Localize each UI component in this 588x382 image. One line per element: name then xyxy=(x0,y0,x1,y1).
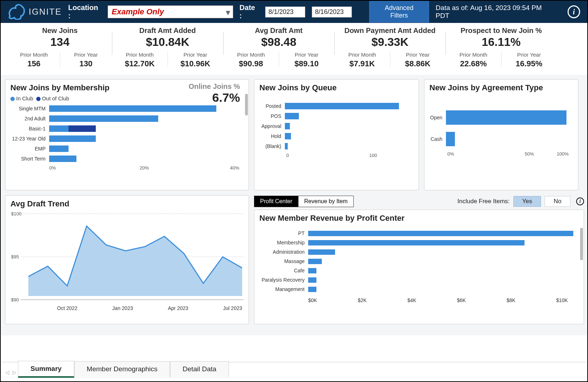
panel-title: New Joins by Queue xyxy=(259,83,414,92)
bar-label: EMP xyxy=(10,146,47,152)
bar-label: (Blank) xyxy=(259,143,283,149)
tab-demographics[interactable]: Member Demographics xyxy=(74,361,170,378)
bar-label: 2nd Adult xyxy=(10,116,47,121)
bar-row: EMP xyxy=(10,144,244,154)
chart-agreement[interactable]: OpenCash xyxy=(429,107,573,150)
kpi-row: New Joins 134 Prior Month156 Prior Year1… xyxy=(1,23,587,75)
bar-row: 12-23 Year Old xyxy=(10,134,244,144)
kpi-down-payment: Down Payment Amt Added $9.33K Prior Mont… xyxy=(334,26,446,73)
scrollbar[interactable] xyxy=(580,228,583,310)
logo-icon xyxy=(8,4,25,20)
x-axis: 0% 50% 100% xyxy=(429,151,573,157)
chart-revenue[interactable]: PTMembershipAdministrationMassageCafePar… xyxy=(259,229,579,294)
kpi-prospect-pct: Prospect to New Join % 16.11% Prior Mont… xyxy=(446,26,557,73)
toggle-no[interactable]: No xyxy=(545,196,570,207)
tab-prev-icon[interactable]: ◁ xyxy=(4,367,11,378)
kpi-new-joins: New Joins 134 Prior Month156 Prior Year1… xyxy=(8,26,112,73)
bar-row: Short Term xyxy=(10,154,244,164)
bar-row: Cafe xyxy=(259,266,579,275)
bar-row: Management xyxy=(259,285,579,294)
bar xyxy=(49,145,244,152)
panel-revenue-wrap: Profit Center Revenue by Item Include Fr… xyxy=(254,195,584,324)
bar-label: Administration xyxy=(259,249,306,255)
bar xyxy=(308,277,579,283)
bar xyxy=(285,133,414,139)
bar-label: Management xyxy=(259,286,306,292)
data-as-of-text: Data as of: Aug 16, 2023 09:54 PM PDT xyxy=(436,4,553,20)
panel-title: Avg Draft Trend xyxy=(10,199,244,209)
bar-label: Cafe xyxy=(259,268,306,273)
bar-label: Paralysis Recovery xyxy=(259,277,306,283)
bar-row: Hold xyxy=(259,131,414,141)
info-icon[interactable]: i xyxy=(568,5,580,18)
chart-queue[interactable]: PostedPOSApprovalHold(Blank) xyxy=(259,101,414,151)
bar-row: Approval xyxy=(259,121,414,131)
brand-text: IGNITE xyxy=(29,7,62,17)
panel-new-joins-membership: New Joins by Membership Online Joins % 6… xyxy=(5,79,249,190)
toggle-yes[interactable]: Yes xyxy=(513,196,541,207)
include-free-label: Include Free Items: xyxy=(457,198,510,205)
panel-title: New Joins by Agreement Type xyxy=(429,83,573,92)
bar-label: Membership xyxy=(259,240,306,245)
bar xyxy=(49,156,244,162)
tab-detail-data[interactable]: Detail Data xyxy=(170,361,229,378)
date-label: Date : xyxy=(240,4,259,20)
bar-label: Short Term xyxy=(10,156,47,162)
date-start-input[interactable]: 8/1/2023 xyxy=(265,6,305,18)
bar-row: Single MTM xyxy=(10,104,244,114)
bar xyxy=(308,259,579,264)
panel-new-joins-agreement: New Joins by Agreement Type OpenCash 0% … xyxy=(424,79,578,190)
revenue-controls: Profit Center Revenue by Item Include Fr… xyxy=(254,195,584,207)
x-axis: 0% 20% 40% xyxy=(10,165,244,171)
bar xyxy=(308,249,579,255)
bar xyxy=(285,123,414,129)
tab-next-icon[interactable]: ▷ xyxy=(11,367,18,378)
bar xyxy=(446,110,573,125)
bar xyxy=(49,125,244,132)
bar-row: Membership xyxy=(259,238,579,247)
bar xyxy=(49,115,244,122)
bar-label: Open xyxy=(429,115,444,120)
bar-label: Massage xyxy=(259,258,306,264)
chart-avg-draft[interactable]: $100 $95 $90 Oct 2022 Jan 2023 Apr 2023 … xyxy=(10,211,244,311)
bar-row: Open xyxy=(429,107,573,128)
bar xyxy=(308,268,579,273)
bar xyxy=(49,135,244,142)
bar-row: Massage xyxy=(259,257,579,266)
bar xyxy=(308,287,579,292)
chart-membership[interactable]: Single MTM2nd AdultBasic-112-23 Year Old… xyxy=(10,104,244,164)
footer-tabs: ◁ ▷ Summary Member Demographics Detail D… xyxy=(1,362,587,378)
advanced-filters-button[interactable]: Advanced Filters xyxy=(369,1,429,23)
bar-label: PT xyxy=(259,230,306,236)
dashboard-content: New Joins 134 Prior Month156 Prior Year1… xyxy=(1,23,587,335)
bar xyxy=(285,113,414,119)
bar-label: Hold xyxy=(259,133,283,139)
kpi-draft-amt-added: Draft Amt Added $10.84K Prior Month$12.7… xyxy=(112,26,223,73)
bar-label: Posted xyxy=(259,103,283,109)
bar xyxy=(446,132,573,146)
location-value: Example Only xyxy=(112,7,164,16)
bar-row: POS xyxy=(259,111,414,121)
bar-row: PT xyxy=(259,229,579,238)
bar xyxy=(285,143,414,149)
bar-row: Paralysis Recovery xyxy=(259,275,579,285)
tab-summary[interactable]: Summary xyxy=(18,361,74,378)
x-axis: 0 100 xyxy=(259,153,414,158)
info-icon[interactable]: i xyxy=(576,197,584,205)
bar xyxy=(308,231,579,236)
panel-revenue: New Member Revenue by Profit Center PTMe… xyxy=(254,210,584,324)
bar xyxy=(308,240,579,245)
panel-new-joins-queue: New Joins by Queue PostedPOSApprovalHold… xyxy=(254,79,419,190)
tab-profit-center[interactable]: Profit Center xyxy=(254,196,298,207)
panel-title: New Member Revenue by Profit Center xyxy=(259,214,579,223)
date-end-input[interactable]: 8/16/2023 xyxy=(312,6,352,18)
brand-logo: IGNITE xyxy=(8,4,62,20)
bar xyxy=(49,105,244,112)
tab-revenue-by-item[interactable]: Revenue by Item xyxy=(298,196,354,207)
location-select[interactable]: Example Only xyxy=(108,5,233,18)
scrollbar[interactable] xyxy=(245,94,248,176)
bar-row: Posted xyxy=(259,101,414,111)
location-label: Location : xyxy=(68,4,101,20)
bar-row: Cash xyxy=(429,128,573,150)
bar-row: Basic-1 xyxy=(10,124,244,134)
